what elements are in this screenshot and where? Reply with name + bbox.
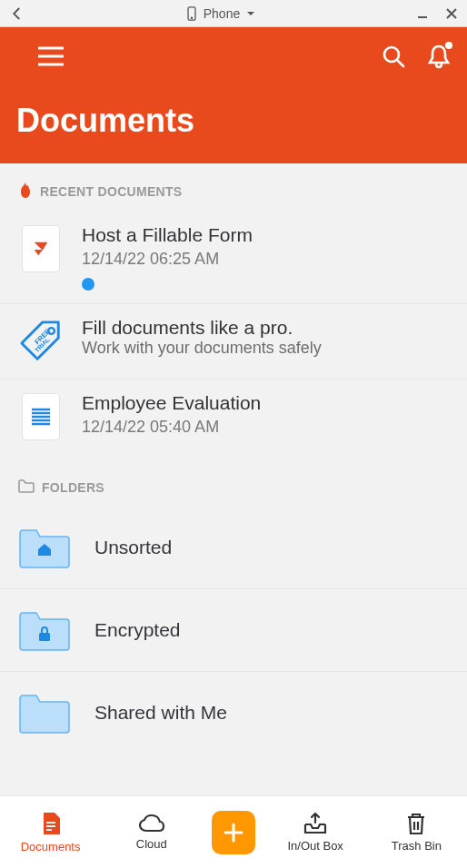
folder-lock-icon bbox=[18, 609, 71, 651]
folder-title: Unsorted bbox=[94, 537, 172, 558]
window-titlebar: Phone bbox=[0, 0, 467, 27]
free-trial-tag-icon: FREE TRIAL bbox=[18, 318, 64, 365]
folder-item-unsorted[interactable]: Unsorted bbox=[0, 507, 467, 589]
folders-section-header: FOLDERS bbox=[0, 454, 467, 507]
nav-inout[interactable]: In/Out Box bbox=[274, 812, 356, 853]
nav-label: Trash Bin bbox=[392, 839, 442, 853]
text-doc-icon bbox=[22, 393, 60, 440]
folder-item-shared[interactable]: Shared with Me bbox=[0, 672, 467, 754]
document-timestamp: 12/14/22 06:25 AM bbox=[82, 250, 449, 269]
menu-button[interactable] bbox=[38, 46, 64, 70]
documents-icon bbox=[40, 811, 62, 836]
nav-label: Documents bbox=[21, 840, 81, 853]
minimize-button[interactable] bbox=[416, 7, 429, 20]
folders-label: FOLDERS bbox=[42, 480, 104, 495]
phone-icon bbox=[185, 6, 198, 21]
nav-cloud[interactable]: Cloud bbox=[111, 814, 193, 851]
promo-subtitle: Work with your documents safely bbox=[82, 339, 449, 358]
nav-label: In/Out Box bbox=[287, 839, 343, 853]
inbox-icon bbox=[303, 812, 328, 835]
document-title: Host a Fillable Form bbox=[82, 224, 449, 246]
recent-label: RECENT DOCUMENTS bbox=[40, 184, 182, 199]
promo-item[interactable]: FREE TRIAL Fill documents like a pro. Wo… bbox=[0, 304, 467, 380]
bottom-nav: Documents Cloud In/Out Box Trash Bin bbox=[0, 795, 467, 868]
flame-icon bbox=[18, 182, 33, 201]
folder-item-encrypted[interactable]: Encrypted bbox=[0, 589, 467, 672]
search-button[interactable] bbox=[382, 44, 405, 72]
notifications-button[interactable] bbox=[427, 44, 451, 73]
promo-title: Fill documents like a pro. bbox=[82, 317, 449, 339]
nav-documents[interactable]: Documents bbox=[10, 811, 92, 853]
folder-title: Encrypted bbox=[94, 619, 181, 641]
document-title: Employee Evaluation bbox=[82, 392, 449, 414]
page-title: Documents bbox=[16, 102, 451, 140]
folder-icon bbox=[18, 479, 35, 496]
folder-home-icon bbox=[18, 527, 71, 568]
folder-shared-icon bbox=[18, 692, 71, 734]
recent-section-header: RECENT DOCUMENTS bbox=[0, 163, 467, 212]
plus-icon bbox=[222, 821, 245, 844]
app-header: Documents bbox=[0, 27, 467, 163]
document-timestamp: 12/14/22 05:40 AM bbox=[82, 418, 449, 437]
folder-title: Shared with Me bbox=[94, 702, 227, 724]
svg-point-1 bbox=[191, 17, 192, 18]
add-button[interactable] bbox=[212, 811, 255, 854]
chevron-down-icon[interactable] bbox=[245, 8, 256, 19]
svg-rect-6 bbox=[39, 633, 50, 641]
back-arrow-icon[interactable] bbox=[9, 5, 25, 22]
nav-label: Cloud bbox=[136, 837, 167, 851]
content-area: RECENT DOCUMENTS Host a Fillable Form 12… bbox=[0, 163, 467, 795]
trash-icon bbox=[405, 812, 427, 835]
nav-trash[interactable]: Trash Bin bbox=[375, 812, 457, 853]
pdf-icon bbox=[22, 225, 60, 272]
document-item[interactable]: Employee Evaluation 12/14/22 05:40 AM bbox=[0, 380, 467, 454]
cloud-icon bbox=[138, 814, 165, 833]
status-dot bbox=[82, 278, 94, 291]
device-label[interactable]: Phone bbox=[204, 6, 240, 21]
notification-dot bbox=[445, 42, 452, 49]
document-item[interactable]: Host a Fillable Form 12/14/22 06:25 AM bbox=[0, 212, 467, 304]
close-button[interactable] bbox=[445, 7, 458, 20]
